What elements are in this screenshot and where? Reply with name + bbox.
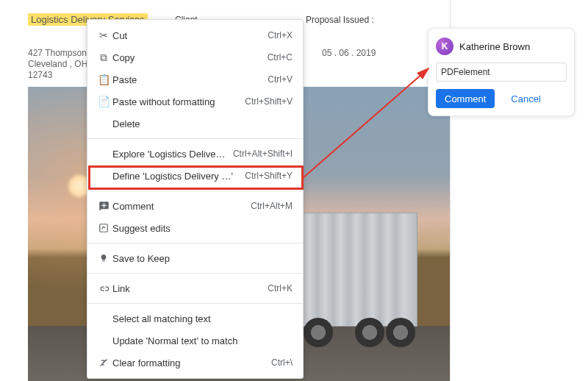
- menu-copy[interactable]: ⧉ Copy Ctrl+C: [87, 46, 303, 68]
- menu-label: Link: [112, 283, 262, 294]
- menu-label: Save to Keep: [112, 253, 287, 264]
- menu-label: Comment: [112, 201, 245, 212]
- menu-paste[interactable]: 📋 Paste Ctrl+V: [87, 68, 303, 90]
- menu-save-to-keep[interactable]: Save to Keep: [87, 247, 303, 269]
- suggest-icon: [95, 223, 112, 233]
- avatar: K: [436, 38, 453, 55]
- menu-label: Suggest edits: [112, 223, 287, 234]
- paste-icon: 📋: [95, 74, 112, 85]
- menu-suggest-edits[interactable]: Suggest edits: [87, 217, 303, 239]
- comment-buttons: Comment Cancel: [436, 89, 567, 108]
- menu-define[interactable]: Define 'Logistics Delivery …' Ctrl+Shift…: [87, 165, 303, 187]
- menu-label: Define 'Logistics Delivery …': [112, 171, 239, 182]
- wheel-icon: [304, 318, 333, 347]
- menu-label: Select all matching text: [112, 313, 287, 324]
- comment-icon: [95, 201, 112, 212]
- address-line: 427 Thompson: [28, 48, 87, 59]
- menu-shortcut: Ctrl+\: [271, 357, 293, 368]
- menu-shortcut: Ctrl+Shift+V: [245, 96, 293, 107]
- comment-input[interactable]: [436, 63, 567, 82]
- comment-author-row: K Katherine Brown: [436, 38, 567, 55]
- menu-update-normal-text[interactable]: Update 'Normal text' to match: [87, 330, 303, 352]
- menu-label: Update 'Normal text' to match: [112, 335, 287, 346]
- menu-separator: [87, 243, 303, 243]
- author-name: Katherine Brown: [459, 41, 530, 52]
- menu-shortcut: Ctrl+X: [268, 30, 293, 40]
- svg-rect-0: [100, 224, 108, 232]
- clear-format-icon: [95, 357, 112, 368]
- wheel-icon: [386, 318, 415, 347]
- wheel-icon: [355, 318, 384, 347]
- menu-separator: [87, 138, 303, 139]
- menu-shortcut: Ctrl+Shift+Y: [245, 171, 293, 181]
- cut-icon: ✂: [95, 29, 112, 41]
- menu-cut[interactable]: ✂ Cut Ctrl+X: [87, 24, 303, 46]
- comment-submit-button[interactable]: Comment: [436, 89, 495, 108]
- address-block: 427 Thompson Cleveland , OH 12743: [28, 48, 87, 81]
- menu-shortcut: Ctrl+C: [268, 52, 293, 63]
- menu-label: Copy: [112, 52, 262, 63]
- menu-label: Paste: [112, 74, 262, 85]
- menu-label: Clear formatting: [112, 357, 265, 368]
- menu-separator: [87, 273, 303, 274]
- menu-shortcut: Ctrl+Alt+M: [251, 201, 293, 211]
- menu-shortcut: Ctrl+Alt+Shift+I: [233, 149, 293, 159]
- context-menu: ✂ Cut Ctrl+X ⧉ Copy Ctrl+C 📋 Paste Ctrl+…: [87, 19, 304, 379]
- menu-label: Explore 'Logistics Delivery …': [112, 149, 227, 160]
- proposal-date: 05 . 06 . 2019: [322, 48, 376, 58]
- link-icon: [95, 283, 112, 294]
- menu-delete[interactable]: Delete: [87, 113, 303, 135]
- menu-clear-formatting[interactable]: Clear formatting Ctrl+\: [87, 352, 303, 374]
- menu-label: Cut: [112, 30, 262, 41]
- menu-select-matching[interactable]: Select all matching text: [87, 307, 303, 330]
- address-line: Cleveland , OH: [28, 59, 87, 70]
- menu-shortcut: Ctrl+V: [268, 74, 293, 85]
- trailer-shape: [285, 213, 417, 327]
- menu-label: Paste without formatting: [112, 96, 239, 107]
- menu-shortcut: Ctrl+K: [268, 283, 293, 293]
- menu-separator: [87, 190, 303, 191]
- proposal-issued-label: Proposal Issued :: [306, 15, 374, 25]
- paste-plain-icon: 📄: [95, 96, 112, 107]
- comment-panel: K Katherine Brown Comment Cancel: [428, 28, 575, 116]
- menu-separator: [87, 303, 303, 304]
- keep-icon: [95, 253, 112, 263]
- menu-label: Delete: [112, 118, 287, 129]
- menu-paste-without-formatting[interactable]: 📄 Paste without formatting Ctrl+Shift+V: [87, 90, 303, 113]
- menu-explore[interactable]: Explore 'Logistics Delivery …' Ctrl+Alt+…: [87, 143, 303, 165]
- menu-comment[interactable]: Comment Ctrl+Alt+M: [87, 195, 303, 217]
- copy-icon: ⧉: [95, 51, 112, 64]
- address-line: 12743: [28, 70, 87, 81]
- comment-cancel-button[interactable]: Cancel: [502, 89, 549, 108]
- menu-link[interactable]: Link Ctrl+K: [87, 277, 303, 299]
